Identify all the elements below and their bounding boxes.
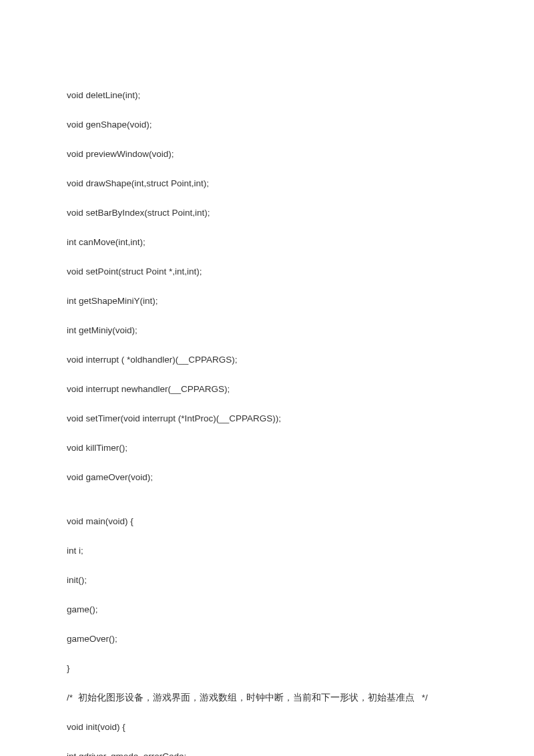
code-comment: /* 初始化图形设备，游戏界面，游戏数组，时钟中断，当前和下一形状，初始基准点 … <box>67 691 467 705</box>
code-line: void previewWindow(void); <box>67 147 467 162</box>
code-line: void init(void) { <box>67 720 467 735</box>
code-line: void main(void) { <box>67 514 467 529</box>
code-line: gameOver(); <box>67 632 467 646</box>
code-line: void genShape(void); <box>67 118 467 132</box>
code-line: int getShapeMiniY(int); <box>67 294 467 309</box>
code-line: void gameOver(void); <box>67 470 467 485</box>
code-line: int canMove(int,int); <box>67 235 467 250</box>
code-line: int gdriver, gmode, errorCode; <box>67 749 467 756</box>
code-line: void interrupt ( *oldhandler)(__CPPARGS)… <box>67 353 467 367</box>
code-line: int i; <box>67 544 467 558</box>
code-line: void setBarByIndex(struct Point,int); <box>67 206 467 220</box>
code-line: void deletLine(int); <box>67 88 467 103</box>
code-line: void setPoint(struct Point *,int,int); <box>67 264 467 279</box>
code-line: void setTimer(void interrupt (*IntProc)(… <box>67 411 467 426</box>
code-line: init(); <box>67 573 467 588</box>
code-line: int getMiniy(void); <box>67 323 467 338</box>
code-line: } <box>67 661 467 676</box>
code-document: void deletLine(int); void genShape(void)… <box>67 73 467 756</box>
code-line: game(); <box>67 602 467 617</box>
code-line: void drawShape(int,struct Point,int); <box>67 176 467 191</box>
code-line: void interrupt newhandler(__CPPARGS); <box>67 382 467 397</box>
code-line: void killTimer(); <box>67 441 467 455</box>
